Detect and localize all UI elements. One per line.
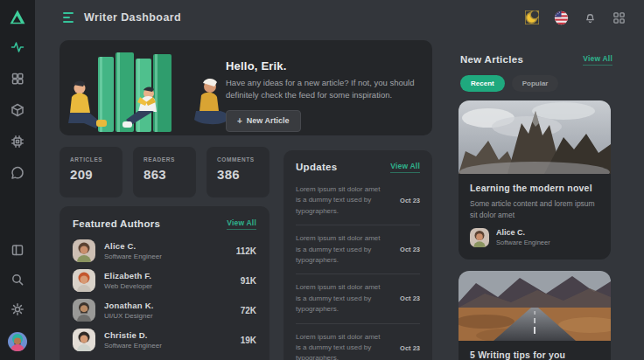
hero-text: Hello, Erik. Have any ideas for a new ar…: [226, 59, 418, 132]
search-icon: [10, 273, 24, 287]
sidebar-item-projects[interactable]: [10, 103, 24, 117]
hero-greeting: Hello, Erik.: [226, 59, 418, 73]
author-avatar: [73, 329, 95, 351]
update-text: Lorem ipsum sit dolor amet is a dummy te…: [296, 332, 383, 360]
stat-label: READERS: [144, 156, 186, 163]
featured-authors-title: Featured Authors: [73, 218, 160, 229]
update-date: Oct 23: [400, 246, 420, 253]
new-articles-tabs: Recent Popular: [460, 75, 558, 92]
box-icon: [10, 103, 24, 117]
author-readers-count: 112K: [236, 246, 256, 256]
sidebar: [0, 0, 35, 360]
article-title: Learning the modern novel: [470, 183, 599, 193]
update-date: Oct 23: [400, 197, 420, 204]
author-avatar: [73, 269, 95, 292]
update-item[interactable]: Lorem ipsum sit dolor amet is a dummy te…: [296, 225, 420, 274]
article-author-role: Software Engineer: [496, 239, 550, 246]
author-role: Software Engineer: [104, 342, 162, 350]
article-author[interactable]: Alice C. Software Engineer: [470, 228, 599, 247]
us-flag-icon: [554, 10, 569, 25]
sidebar-item-search[interactable]: [10, 273, 24, 287]
author-readers-count: 91K: [241, 276, 256, 286]
gear-icon: [10, 302, 24, 316]
article-author-avatar: [470, 228, 489, 247]
stats-row: ARTICLES 209 READERS 863 COMMENTS 386: [60, 147, 270, 197]
dark-mode-toggle[interactable]: [524, 10, 540, 25]
author-avatar: [73, 299, 95, 322]
notifications-button[interactable]: [582, 10, 598, 25]
menu-icon[interactable]: [63, 12, 74, 23]
sidebar-item-settings[interactable]: [10, 302, 24, 316]
user-avatar-image: [8, 332, 27, 351]
update-text: Lorem ipsum sit dolor amet is a dummy te…: [296, 282, 383, 315]
author-role: Software Engineer: [104, 253, 162, 260]
author-readers-count: 72K: [241, 306, 256, 315]
author-avatar: [73, 239, 95, 262]
tab-recent[interactable]: Recent: [460, 75, 505, 92]
author-list: Alice C. Software Engineer 112K Elizabet…: [73, 239, 256, 351]
stat-card-readers: READERS 863: [133, 147, 196, 197]
new-articles-view-all-link[interactable]: View All: [583, 54, 612, 66]
update-date: Oct 23: [400, 344, 420, 352]
sidebar-item-system[interactable]: [10, 135, 24, 149]
sidebar-item-activity[interactable]: [10, 40, 24, 54]
cpu-icon: [10, 135, 24, 149]
page-title: Writer Dashboard: [84, 11, 181, 24]
stat-value: 209: [70, 167, 112, 182]
desert-road-photo: [458, 271, 611, 341]
triangle-logo-icon: [6, 6, 29, 29]
sidebar-item-dashboard[interactable]: [10, 72, 24, 86]
new-article-button[interactable]: + New Article: [226, 110, 301, 132]
sidebar-item-messages[interactable]: [10, 166, 24, 180]
apps-menu-button[interactable]: [611, 10, 626, 25]
article-card-writing-tips[interactable]: 5 Writing tips for you: [458, 271, 611, 360]
language-selector[interactable]: [553, 10, 569, 25]
bell-icon: [584, 11, 597, 24]
hero-message: Have any ideas for a new article? If not…: [226, 77, 418, 101]
featured-authors-view-all-link[interactable]: View All: [227, 218, 256, 230]
author-name: Jonathan K.: [104, 301, 154, 310]
sidebar-item-layout[interactable]: [10, 243, 24, 257]
moon-icon: [525, 10, 539, 24]
dashboard-grid-icon: [10, 72, 24, 86]
author-readers-count: 19K: [241, 336, 256, 345]
author-row[interactable]: Elizabeth F. Web Developer 91K: [73, 269, 256, 292]
update-text: Lorem ipsum sit dolor amet is a dummy te…: [296, 184, 383, 217]
update-item[interactable]: Lorem ipsum sit dolor amet is a dummy te…: [296, 274, 420, 323]
updates-card: Updates View All Lorem ipsum sit dolor a…: [284, 150, 432, 360]
article-body: 5 Writing tips for you: [458, 341, 611, 360]
new-articles-title: New Articles: [460, 54, 523, 65]
author-row[interactable]: Jonathan K. UI/UX Designer 72K: [73, 299, 256, 322]
update-item[interactable]: Lorem ipsum sit dolor amet is a dummy te…: [296, 177, 420, 225]
tab-popular[interactable]: Popular: [512, 75, 559, 92]
updates-view-all-link[interactable]: View All: [390, 162, 420, 173]
author-row[interactable]: Alice C. Software Engineer 112K: [73, 239, 256, 262]
update-text: Lorem ipsum sit dolor amet is a dummy te…: [296, 233, 383, 266]
sidebar-user-avatar[interactable]: [8, 332, 27, 351]
article-excerpt: Some article content and lorem ipsum sit…: [470, 198, 599, 221]
stat-card-articles: ARTICLES 209: [60, 147, 122, 197]
update-item[interactable]: Lorem ipsum sit dolor amet is a dummy te…: [296, 324, 420, 360]
topbar: Writer Dashboard: [35, 0, 644, 35]
stat-value: 386: [217, 167, 259, 182]
featured-authors-card: Featured Authors View All Alice C. Softw…: [60, 206, 270, 360]
stat-value: 863: [144, 167, 186, 182]
author-name: Christie D.: [104, 330, 162, 340]
apps-grid-icon: [612, 11, 626, 24]
update-list: Lorem ipsum sit dolor amet is a dummy te…: [296, 177, 420, 360]
activity-icon: [10, 40, 24, 54]
article-card-learning-novel[interactable]: Learning the modern novel Some article c…: [458, 100, 611, 260]
reading-people-illustration: [65, 48, 247, 135]
stat-card-comments: COMMENTS 386: [206, 147, 270, 197]
plus-icon: +: [237, 116, 242, 126]
author-row[interactable]: Christie D. Software Engineer 19K: [73, 329, 256, 351]
app-logo[interactable]: [0, 0, 35, 35]
article-body: Learning the modern novel Some article c…: [458, 174, 611, 257]
author-name: Elizabeth F.: [104, 271, 152, 280]
stat-label: COMMENTS: [217, 156, 259, 163]
stat-label: ARTICLES: [70, 156, 112, 163]
sidebar-bottom-icons: [8, 243, 27, 351]
writer-dashboard-app: Writer Dashboard: [0, 0, 644, 360]
article-title: 5 Writing tips for you: [470, 350, 599, 360]
author-role: UI/UX Designer: [104, 312, 154, 320]
